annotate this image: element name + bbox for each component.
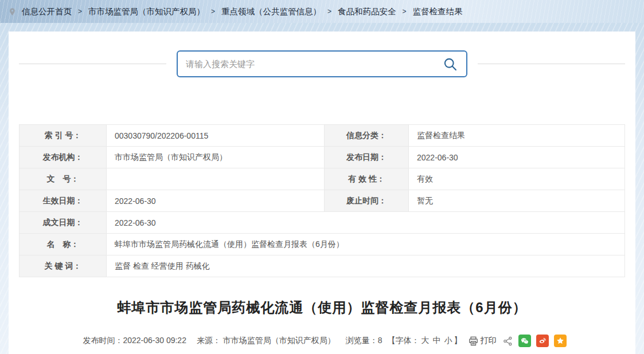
article-meta-bar: 发布时间：2022-06-30 09:22 来源： 市市场监管局（市知识产权局）… (9, 335, 635, 347)
weibo-icon (538, 336, 547, 345)
field-label-keywords: 关 键 词： (19, 255, 107, 277)
field-value-name: 蚌埠市市场监管局药械化流通（使用）监督检查月报表（6月份） (107, 234, 625, 255)
table-row: 关 键 词： 监督 检查 经营使用 药械化 (19, 255, 625, 277)
page-title: 蚌埠市市场监管局药械化流通（使用）监督检查月报表（6月份） (9, 298, 635, 317)
search-section (9, 32, 635, 77)
view-count: 浏览量：8 (346, 336, 383, 346)
field-label-index-number: 索 引 号： (19, 125, 107, 147)
breadcrumb-separator: > (211, 7, 215, 15)
field-label-abolition-time: 废止时间： (325, 190, 409, 212)
font-size-medium-button[interactable]: 中 (433, 336, 441, 346)
field-label-doc-number: 文 号： (19, 168, 107, 190)
field-value-effective-date: 2022-06-30 (107, 190, 325, 212)
search-icon (442, 56, 458, 72)
location-pin-icon (8, 7, 17, 17)
field-value-publish-date: 2022-06-30 (409, 147, 625, 168)
printer-icon (468, 336, 479, 347)
print-label: 打印 (481, 336, 497, 346)
breadcrumb-separator: > (78, 7, 82, 15)
favorite-star-button[interactable] (554, 335, 567, 347)
source: 来源： 市市场监管局（市知识产权局） (197, 336, 335, 346)
print-button[interactable]: 打印 (468, 336, 497, 347)
field-label-publisher: 发布机构： (19, 147, 107, 168)
field-value-keywords: 监督 检查 经营使用 药械化 (107, 255, 625, 277)
font-size-large-button[interactable]: 大 (421, 336, 430, 346)
field-value-doc-number (107, 168, 325, 190)
table-row: 生效日期： 2022-06-30 废止时间： 暂无 (19, 190, 625, 212)
share-button[interactable] (502, 336, 513, 347)
publish-time: 发布时间：2022-06-30 09:22 (83, 336, 186, 346)
decorative-line-left (19, 64, 166, 64)
field-value-publisher: 市市场监管局（市知识产权局） (107, 147, 325, 168)
table-row: 文 号： 有 效 性： 有效 (19, 168, 625, 190)
table-row: 成文日期： 2022-06-30 (19, 212, 625, 234)
font-size-suffix: 】 (454, 336, 462, 346)
search-input[interactable] (186, 59, 442, 69)
table-row: 发布机构： 市市场监管局（市知识产权局） 发布日期： 2022-06-30 (19, 147, 625, 168)
font-size-small-button[interactable]: 小 (444, 336, 452, 346)
breadcrumb-key-areas[interactable]: 重点领域（公共监管信息） (221, 6, 321, 17)
field-label-publish-date: 发布日期： (325, 147, 409, 168)
breadcrumb-bureau[interactable]: 市市场监管局（市知识产权局） (88, 6, 205, 17)
decorative-line-right (478, 64, 625, 64)
breadcrumb-home[interactable]: 信息公开首页 (22, 6, 72, 17)
content-panel: 索 引 号： 003030790/202206-00115 信息分类： 监督检查… (9, 32, 635, 354)
weibo-share-button[interactable] (536, 335, 549, 347)
wechat-icon (520, 336, 529, 345)
search-box (177, 50, 467, 77)
field-value-index-number: 003030790/202206-00115 (107, 125, 325, 147)
field-value-abolition-time: 暂无 (409, 190, 625, 212)
field-label-validity: 有 效 性： (325, 168, 409, 190)
breadcrumb-separator: > (403, 7, 407, 15)
table-row: 索 引 号： 003030790/202206-00115 信息分类： 监督检查… (19, 125, 625, 147)
field-value-validity: 有效 (409, 168, 625, 190)
field-label-name: 名 称： (19, 234, 107, 255)
breadcrumb: 信息公开首页 > 市市场监管局（市知识产权局） > 重点领域（公共监管信息） >… (0, 0, 644, 23)
wechat-share-button[interactable] (518, 335, 531, 347)
field-value-info-category: 监督检查结果 (409, 125, 625, 147)
search-button[interactable] (442, 56, 458, 72)
field-label-written-date: 成文日期： (19, 212, 107, 234)
field-label-effective-date: 生效日期： (19, 190, 107, 212)
star-icon (556, 336, 565, 345)
breadcrumb-separator: > (327, 7, 331, 15)
breadcrumb-inspection-results[interactable]: 监督检查结果 (413, 6, 463, 17)
breadcrumb-food-drug-safety[interactable]: 食品和药品安全 (338, 6, 396, 17)
document-metadata-table: 索 引 号： 003030790/202206-00115 信息分类： 监督检查… (19, 124, 625, 277)
field-value-written-date: 2022-06-30 (107, 212, 625, 234)
font-size-prefix: 【字体： (388, 336, 420, 346)
table-row: 名 称： 蚌埠市市场监管局药械化流通（使用）监督检查月报表（6月份） (19, 234, 625, 255)
field-label-info-category: 信息分类： (325, 125, 409, 147)
share-nodes-icon (502, 336, 513, 347)
